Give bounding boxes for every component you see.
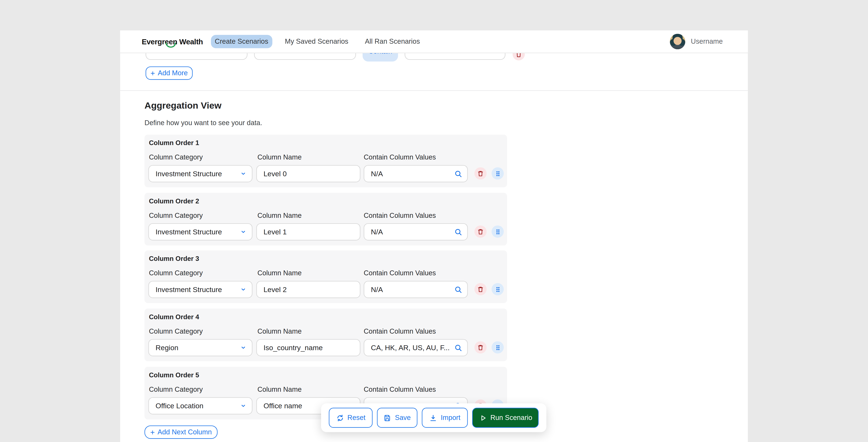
add-next-column-button[interactable]: + Add Next Column [145,425,218,439]
column-name-value: Level 1 [264,228,287,236]
delete-row-button[interactable] [474,226,487,238]
trash-icon [476,344,485,351]
column-name-label: Column Name [257,153,302,161]
drag-handle-icon [494,170,501,177]
avatar [670,34,685,49]
column-name-input[interactable]: Level 1 [256,223,360,240]
user-menu[interactable]: Username [670,31,723,53]
column-order-card-2: Column Order 2 Column Category Column Na… [145,193,507,245]
column-name-input[interactable]: Iso_country_name [256,339,360,356]
search-icon[interactable] [454,169,463,178]
run-scenario-button[interactable]: Run Scenario [472,408,539,428]
column-category-label: Column Category [149,386,203,393]
column-order-card-3: Column Order 3 Column Category Column Na… [145,251,507,303]
search-icon[interactable] [454,285,463,294]
brand-green-arc-icon [165,42,176,48]
trash-icon [476,228,485,236]
contain-column-values-label: Contain Column Values [364,386,436,393]
delete-row-button[interactable] [474,283,487,295]
trash-icon [476,170,485,177]
save-icon [383,414,392,422]
column-name-input[interactable]: Level 0 [256,165,360,182]
top-navbar: Evergreen Wealth Create Scenarios My Sav… [120,31,748,53]
column-name-label: Column Name [257,212,302,219]
play-icon [479,414,487,422]
drag-handle-icon [494,286,501,293]
brand-logo: Evergreen Wealth [142,31,203,53]
column-category-select[interactable]: Investment Structure [148,281,252,298]
column-name-value: Iso_country_name [264,344,322,352]
search-icon[interactable] [454,227,463,236]
reset-button[interactable]: Reset [329,408,373,428]
contain-column-values-label: Contain Column Values [364,269,436,277]
drag-handle[interactable] [492,167,504,179]
column-name-value: Level 0 [264,170,287,178]
delete-row-button[interactable] [474,341,487,353]
tab-all-ran-scenarios[interactable]: All Ran Scenarios [361,35,424,48]
chevron-down-icon [240,287,246,293]
column-name-label: Column Name [257,327,302,335]
column-order-label: Column Order 5 [149,371,199,379]
column-order-card-4: Column Order 4 Column Category Column Na… [145,308,507,361]
tab-create-scenarios[interactable]: Create Scenarios [211,35,272,48]
import-button[interactable]: Import [422,408,468,428]
column-order-label: Column Order 4 [149,313,199,321]
download-icon [429,414,437,422]
delete-row-button[interactable] [474,167,487,179]
drag-handle[interactable] [492,341,504,353]
column-name-value: Office name [264,402,302,410]
column-category-value: Region [156,344,179,352]
drag-handle-icon [494,344,501,351]
add-next-column-label: Add Next Column [157,428,212,436]
contain-column-values-value: N/A [371,170,383,178]
trash-icon [476,285,485,293]
column-name-input[interactable]: Level 2 [256,281,360,298]
page-subtitle: Define how you want to see your data. [145,119,262,127]
column-name-label: Column Name [257,386,302,393]
column-category-value: Investment Structure [156,228,222,236]
save-label: Save [395,414,411,422]
run-scenario-label: Run Scenario [490,414,532,422]
column-category-value: Office Location [156,402,204,410]
column-category-value: Investment Structure [156,285,222,294]
plus-icon: + [150,428,155,436]
contain-column-values-input[interactable]: N/A [364,281,468,298]
import-label: Import [441,414,461,422]
column-category-value: Investment Structure [156,170,222,178]
column-category-select[interactable]: Investment Structure [148,165,252,182]
column-order-label: Column Order 2 [149,197,199,205]
chevron-down-icon [240,171,246,177]
drag-handle[interactable] [492,226,504,238]
column-name-value: Level 2 [264,285,287,294]
column-category-select[interactable]: Region [148,339,252,356]
refresh-icon [336,414,344,422]
contain-column-values-value: CA, HK, AR, US, AU, F... [371,344,450,352]
chevron-down-icon [240,345,246,351]
chevron-down-icon [240,229,246,235]
username-label: Username [691,38,723,46]
drag-handle[interactable] [492,283,504,295]
contain-column-values-label: Contain Column Values [364,153,436,161]
column-category-select[interactable]: Office Location [148,397,252,414]
column-order-label: Column Order 3 [149,255,199,263]
contain-column-values-input[interactable]: CA, HK, AR, US, AU, F... [364,339,468,356]
reset-label: Reset [347,414,365,422]
column-category-label: Column Category [149,153,203,161]
search-icon[interactable] [454,343,463,352]
page-title: Aggregation View [145,100,221,111]
column-category-label: Column Category [149,327,203,335]
column-category-label: Column Category [149,212,203,219]
save-button[interactable]: Save [377,408,417,428]
nav-tabs: Create Scenarios My Saved Scenarios All … [211,31,424,53]
tab-my-saved-scenarios[interactable]: My Saved Scenarios [281,35,352,48]
contain-column-values-input[interactable]: N/A [364,223,468,240]
contain-column-values-value: N/A [371,228,383,236]
main-content-card: Contain + Add More Aggregation View Defi… [120,31,748,442]
column-category-select[interactable]: Investment Structure [148,223,252,240]
screen: Contain + Add More Aggregation View Defi… [0,0,868,442]
action-toolbar: Reset Save Import Run Scenario [321,404,546,432]
drag-handle-icon [494,228,501,235]
contain-column-values-input[interactable]: N/A [364,165,468,182]
contain-column-values-label: Contain Column Values [364,327,436,335]
contain-column-values-value: N/A [371,285,383,294]
